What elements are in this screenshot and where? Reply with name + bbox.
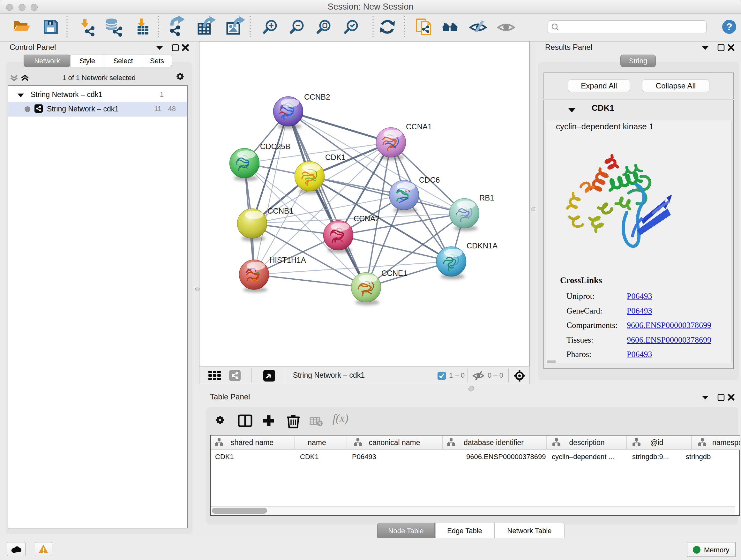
- svg-text:CCNA2: CCNA2: [354, 214, 380, 223]
- svg-text:CDK1: CDK1: [325, 153, 346, 162]
- svg-text:CDC25B: CDC25B: [260, 142, 290, 151]
- svg-text:CDKN1A: CDKN1A: [467, 241, 497, 250]
- svg-text:CCNA1: CCNA1: [406, 122, 432, 131]
- svg-text:description: description: [569, 438, 604, 447]
- svg-text:canonical name: canonical name: [368, 438, 420, 447]
- svg-text:?: ?: [726, 21, 732, 33]
- svg-text:HIST1H1A: HIST1H1A: [269, 256, 306, 264]
- svg-text:database identifier: database identifier: [464, 438, 524, 447]
- svg-text:@id: @id: [650, 438, 663, 447]
- svg-text:namespace: namespace: [712, 438, 740, 447]
- svg-text:CCNB2: CCNB2: [304, 92, 330, 101]
- svg-text:name: name: [308, 438, 326, 447]
- svg-text:CDC6: CDC6: [419, 176, 440, 184]
- svg-text:RB1: RB1: [479, 193, 494, 202]
- svg-text:shared name: shared name: [231, 438, 273, 447]
- svg-text:CCNB1: CCNB1: [267, 206, 293, 215]
- svg-text:CCNE1: CCNE1: [381, 269, 407, 277]
